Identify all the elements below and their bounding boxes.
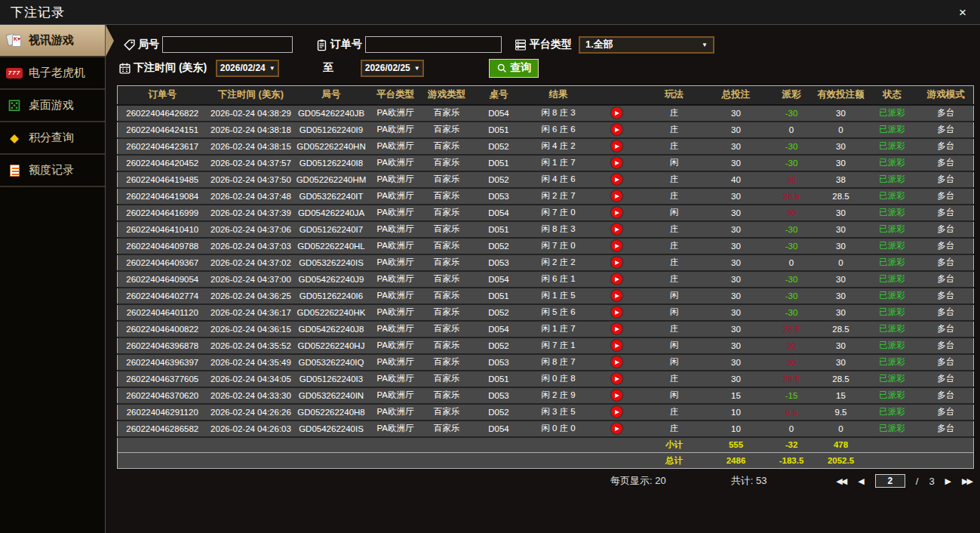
replay-video-icon[interactable] xyxy=(611,240,622,251)
total-bet-cell: 30 xyxy=(705,155,767,171)
result-cell: 闲 1 庄 7 xyxy=(527,321,590,337)
current-page-input[interactable]: 2 xyxy=(875,474,905,488)
game-type-cell: 百家乐 xyxy=(423,304,471,321)
play-side-cell: 庄 xyxy=(644,421,705,437)
result-cell: 闲 2 庄 2 xyxy=(527,254,590,271)
order-no-input[interactable] xyxy=(365,36,502,53)
table-no-cell: D052 xyxy=(471,404,527,421)
replay-video-icon[interactable] xyxy=(611,124,622,135)
table-row: 2602240463963972026-02-24 04:35:49GD0532… xyxy=(118,354,974,371)
close-icon[interactable]: × xyxy=(956,5,969,20)
table-no-cell: D051 xyxy=(471,288,527,304)
order-no-cell: 260224046400822 xyxy=(118,321,207,337)
sidebar-item-quota-records[interactable]: 额度记录 xyxy=(0,155,105,187)
result-cell: 闲 2 庄 7 xyxy=(527,188,590,205)
game-type-cell: 百家乐 xyxy=(423,321,471,337)
total-bet-cell: 30 xyxy=(705,304,767,321)
table-no-cell: D053 xyxy=(471,387,527,404)
bet-time-cell: 2026-02-24 04:37:39 xyxy=(207,205,295,221)
result-cell: 闲 2 庄 9 xyxy=(527,387,590,404)
bet-time-cell: 2026-02-24 04:36:25 xyxy=(207,288,295,304)
table-no-cell: D052 xyxy=(471,138,527,155)
platform-type-cell: PA欧洲厅 xyxy=(368,354,423,371)
replay-video-icon[interactable] xyxy=(611,390,622,401)
game-mode-cell: 多台 xyxy=(919,337,974,354)
col-game-mode: 游戏模式 xyxy=(919,86,974,105)
replay-cell xyxy=(590,238,644,254)
replay-video-icon[interactable] xyxy=(611,307,622,318)
order-no-cell: 260224046402774 xyxy=(118,288,207,304)
play-side-cell: 闲 xyxy=(644,288,705,304)
magnifier-icon xyxy=(496,63,508,74)
replay-video-icon[interactable] xyxy=(611,373,622,384)
page-separator: / xyxy=(916,476,919,487)
replay-cell xyxy=(590,155,644,171)
replay-video-icon[interactable] xyxy=(611,340,622,351)
bet-time-cell: 2026-02-24 04:35:49 xyxy=(207,354,295,371)
order-no-cell: 260224046370620 xyxy=(118,387,207,404)
valid-bet-cell: 30 xyxy=(816,221,866,238)
valid-bet-cell: 9.5 xyxy=(816,404,866,421)
replay-video-icon[interactable] xyxy=(611,107,622,119)
platform-type-select[interactable]: 1.全部 ▼ xyxy=(579,36,714,54)
valid-bet-cell: 0 xyxy=(816,122,866,138)
sidebar-item-table-games[interactable]: ⚄ 桌面游戏 xyxy=(0,90,105,122)
col-replay xyxy=(590,86,644,105)
total-bet-cell: 40 xyxy=(705,171,767,188)
calendar-icon xyxy=(118,62,131,75)
total-bet-cell: 30 xyxy=(705,288,767,304)
clipboard-icon xyxy=(315,39,328,51)
betting-records-window: 下注记录 × K♥ 视讯游戏 777 电子老虎机 ⚄ 桌面游戏 xyxy=(0,0,980,533)
date-from-picker[interactable]: 2026/02/24 ▼ xyxy=(216,60,279,77)
platform-type-cell: PA欧洲厅 xyxy=(368,105,423,122)
game-type-cell: 百家乐 xyxy=(423,205,471,221)
total-row: 总计 2486 -183.5 2052.5 xyxy=(118,453,974,469)
last-page-icon[interactable]: ▶▶ xyxy=(962,476,973,486)
table-row: 2602240464008222026-02-24 04:36:15GD0542… xyxy=(118,321,974,337)
date-to-picker[interactable]: 2026/02/25 ▼ xyxy=(361,60,424,77)
replay-video-icon[interactable] xyxy=(611,406,622,417)
table-no-cell: D051 xyxy=(471,155,527,171)
status-cell: 已派彩 xyxy=(866,122,919,138)
replay-video-icon[interactable] xyxy=(611,423,622,434)
sidebar-item-video-games[interactable]: K♥ 视讯游戏 xyxy=(0,25,105,57)
bet-time-cell: 2026-02-24 04:38:18 xyxy=(207,122,295,138)
replay-video-icon[interactable] xyxy=(611,207,622,218)
replay-video-icon[interactable] xyxy=(611,273,622,285)
valid-bet-cell: 30 xyxy=(816,288,866,304)
round-no-cell: GD053262240IS xyxy=(295,254,368,271)
replay-video-icon[interactable] xyxy=(611,157,622,168)
next-page-icon[interactable]: ▶ xyxy=(945,476,951,486)
prev-page-icon[interactable]: ◀ xyxy=(858,476,864,486)
sidebar-item-points-query[interactable]: ◆ 积分查询 xyxy=(0,122,105,155)
game-type-cell: 百家乐 xyxy=(423,421,471,437)
replay-video-icon[interactable] xyxy=(611,174,622,185)
replay-video-icon[interactable] xyxy=(611,223,622,235)
bet-time-cell: 2026-02-24 04:36:15 xyxy=(207,321,295,337)
sidebar-item-slots[interactable]: 777 电子老虎机 xyxy=(0,57,105,90)
total-bet-cell: 30 xyxy=(705,188,767,205)
replay-video-icon[interactable] xyxy=(611,290,622,301)
search-button[interactable]: 查询 xyxy=(489,59,539,78)
round-no-input[interactable] xyxy=(162,36,293,53)
replay-video-icon[interactable] xyxy=(611,356,622,368)
subtotal-label: 小计 xyxy=(644,437,705,453)
replay-video-icon[interactable] xyxy=(611,257,622,268)
payout-cell: -30 xyxy=(767,238,816,254)
game-mode-cell: 多台 xyxy=(919,238,974,254)
round-no-cell: GD051262240I6 xyxy=(295,288,368,304)
replay-video-icon[interactable] xyxy=(611,140,622,152)
total-count-label: 共计: 53 xyxy=(731,474,767,488)
status-cell: 已派彩 xyxy=(866,221,919,238)
replay-video-icon[interactable] xyxy=(611,323,622,334)
table-row: 2602240464268222026-02-24 04:38:29GD0542… xyxy=(118,105,974,122)
order-no-cell: 260224046409788 xyxy=(118,238,207,254)
first-page-icon[interactable]: ◀◀ xyxy=(836,476,847,486)
valid-bet-cell: 28.5 xyxy=(816,188,866,205)
valid-bet-cell: 30 xyxy=(816,138,866,155)
table-row: 2602240464236172026-02-24 04:38:15GD0522… xyxy=(118,138,974,155)
playing-cards-icon: K♥ xyxy=(6,33,23,48)
replay-video-icon[interactable] xyxy=(611,190,622,202)
sidebar-item-label: 视讯游戏 xyxy=(29,33,74,48)
col-bet-time: 下注时间 (美东) xyxy=(207,86,295,105)
